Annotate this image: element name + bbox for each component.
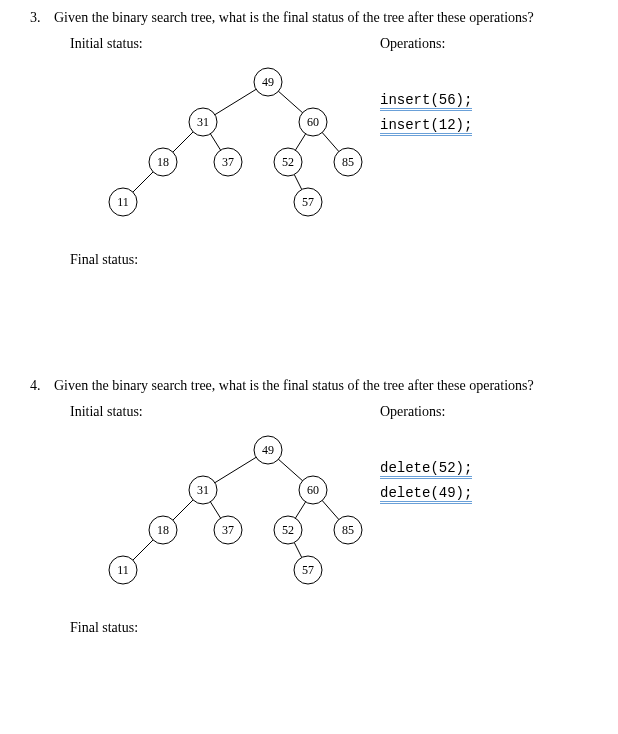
- operation-code: insert(56);: [380, 92, 472, 111]
- node-value: 49: [262, 75, 274, 89]
- page: 3. Given the binary search tree, what is…: [0, 0, 618, 734]
- operations-label: Operations:: [380, 36, 588, 52]
- question-4: 4. Given the binary search tree, what is…: [30, 378, 588, 636]
- node-value: 85: [342, 523, 354, 537]
- node-value: 18: [157, 523, 169, 537]
- operations-label: Operations:: [380, 404, 588, 420]
- node-value: 52: [282, 523, 294, 537]
- node-value: 52: [282, 155, 294, 169]
- operation-code: delete(49);: [380, 485, 472, 504]
- node-value: 11: [117, 195, 129, 209]
- bst-diagram: 49 31 60 18 37 52 85 11 57: [70, 430, 370, 610]
- question-3: 3. Given the binary search tree, what is…: [30, 10, 588, 358]
- node-value: 85: [342, 155, 354, 169]
- question-prompt: Given the binary search tree, what is th…: [54, 10, 588, 26]
- operation-code: delete(52);: [380, 460, 472, 479]
- node-value: 60: [307, 483, 319, 497]
- operation-code: insert(12);: [380, 117, 472, 136]
- node-value: 49: [262, 443, 274, 457]
- node-value: 57: [302, 563, 314, 577]
- question-number: 4.: [30, 378, 54, 394]
- node-value: 60: [307, 115, 319, 129]
- node-value: 31: [197, 115, 209, 129]
- question-number: 3.: [30, 10, 54, 26]
- node-value: 31: [197, 483, 209, 497]
- node-value: 57: [302, 195, 314, 209]
- bst-diagram: 49 31 60 18 37 52 85 11 57: [70, 62, 370, 242]
- question-prompt: Given the binary search tree, what is th…: [54, 378, 588, 394]
- node-value: 37: [222, 155, 234, 169]
- initial-status-label: Initial status:: [70, 36, 370, 52]
- initial-status-label: Initial status:: [70, 404, 370, 420]
- node-value: 18: [157, 155, 169, 169]
- operations-list: insert(56); insert(12);: [380, 92, 588, 142]
- final-status-label: Final status:: [70, 620, 588, 636]
- node-value: 11: [117, 563, 129, 577]
- final-status-label: Final status:: [70, 252, 588, 268]
- node-value: 37: [222, 523, 234, 537]
- operations-list: delete(52); delete(49);: [380, 460, 588, 510]
